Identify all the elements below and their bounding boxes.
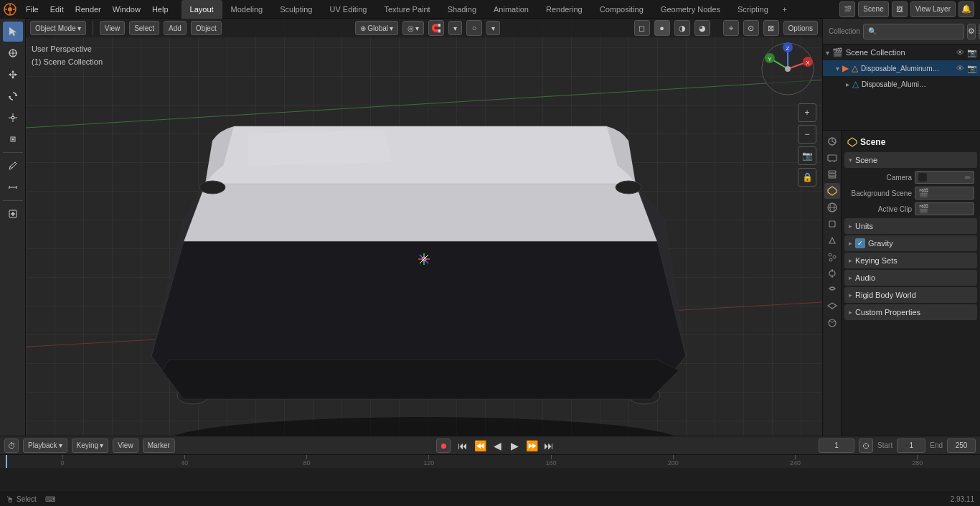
notifications[interactable]: 🔔	[958, 1, 974, 17]
step-forward-button[interactable]: ⏩	[524, 438, 540, 454]
add-menu[interactable]: Add	[164, 21, 187, 35]
world-props-icon[interactable]	[824, 200, 840, 215]
scene-selector[interactable]: 🎬	[839, 1, 855, 17]
tab-scripting[interactable]: Scripting	[729, 0, 777, 19]
camera-view-button[interactable]: 📷	[798, 146, 816, 165]
tool-rotate[interactable]	[3, 86, 23, 106]
view-menu[interactable]: View	[100, 21, 126, 35]
units-section-header[interactable]: ▸ Units	[844, 218, 977, 234]
outliner-search[interactable]	[863, 24, 964, 39]
add-workspace-button[interactable]: +	[777, 1, 793, 17]
view-layer-selector[interactable]: 🖼	[892, 1, 908, 17]
scene-name[interactable]: Scene	[858, 1, 888, 17]
obj1-visibility[interactable]: 👁	[956, 64, 964, 72]
menu-window[interactable]: Window	[107, 0, 146, 19]
viewport-shading-mat[interactable]: ◑	[674, 20, 690, 36]
timeline-type-icon[interactable]: ⏱	[4, 439, 19, 453]
tab-sculpting[interactable]: Sculpting	[271, 0, 321, 19]
tool-transform[interactable]	[3, 129, 23, 149]
overlay-toggle[interactable]: ⊙	[743, 20, 759, 36]
scene-props-icon[interactable]	[824, 183, 840, 199]
end-frame-input[interactable]: 250	[947, 439, 976, 453]
tab-shading[interactable]: Shading	[439, 0, 485, 19]
material-props-icon[interactable]	[824, 315, 840, 331]
step-back-button[interactable]: ⏪	[472, 438, 488, 454]
obj1-render-visibility[interactable]: 📷	[967, 64, 977, 73]
custom-props-section-header[interactable]: ▸ Custom Properties	[844, 304, 977, 320]
background-scene-field[interactable]: 🎬	[915, 187, 974, 200]
xray-toggle[interactable]: ⊠	[763, 20, 779, 36]
tab-uv-editing[interactable]: UV Editing	[321, 0, 375, 19]
gravity-section-header[interactable]: ▸ ✓ Gravity	[844, 235, 977, 251]
tool-cursor[interactable]	[3, 43, 23, 63]
menu-render[interactable]: Render	[70, 0, 107, 19]
tab-geometry-nodes[interactable]: Geometry Nodes	[652, 0, 729, 19]
jump-to-end-button[interactable]: ⏭	[541, 438, 557, 454]
constraint-props-icon[interactable]	[824, 282, 840, 298]
tab-layout[interactable]: Layout	[182, 0, 222, 19]
modifier-props-icon[interactable]	[824, 233, 840, 248]
camera-value-field[interactable]: ✏	[915, 171, 974, 184]
transform-space[interactable]: ⊕ Global ▾	[355, 21, 398, 35]
gizmo-toggle[interactable]: ⌖	[723, 20, 739, 36]
gravity-checkbox[interactable]: ✓	[855, 238, 865, 248]
object-mode-dropdown[interactable]: Object Mode ▾	[30, 21, 86, 35]
tab-rendering[interactable]: Rendering	[537, 0, 591, 19]
record-button[interactable]: ⏺	[436, 439, 451, 453]
output-props-icon[interactable]	[824, 150, 840, 166]
snap-options[interactable]: ▾	[448, 21, 462, 35]
current-frame-display[interactable]: 1	[819, 439, 854, 453]
tab-animation[interactable]: Animation	[485, 0, 537, 19]
active-clip-field[interactable]: 🎬	[915, 202, 974, 215]
use-preview-range[interactable]: ⏲	[859, 439, 873, 453]
render-visibility-icon[interactable]: 📷	[967, 48, 977, 57]
playback-dropdown[interactable]: Playback▾	[23, 439, 67, 453]
timeline-track-area[interactable]	[0, 468, 980, 482]
particle-props-icon[interactable]	[824, 249, 840, 265]
tool-annotate[interactable]	[3, 156, 23, 176]
options-menu[interactable]: Options	[783, 21, 818, 35]
snap-toggle[interactable]: 🧲	[428, 20, 444, 36]
outliner-filter[interactable]: ⚙	[967, 24, 976, 39]
tab-texture-paint[interactable]: Texture Paint	[375, 0, 438, 19]
tool-scale[interactable]	[3, 108, 23, 128]
keying-sets-section-header[interactable]: ▸ Keying Sets	[844, 253, 977, 268]
play-button[interactable]: ▶	[507, 438, 522, 454]
scene-section-header[interactable]: ▾ Scene	[844, 152, 977, 168]
view-layer-name[interactable]: View Layer	[910, 1, 956, 17]
object-props-icon[interactable]	[824, 216, 840, 232]
viewlayer-props-icon[interactable]	[824, 167, 840, 182]
rigid-body-section-header[interactable]: ▸ Rigid Body World	[844, 287, 977, 303]
tool-move[interactable]	[3, 65, 23, 85]
menu-file[interactable]: File	[20, 0, 44, 19]
viewport-shading-solid[interactable]: ●	[654, 20, 670, 36]
outliner-scene-collection[interactable]: ▾ 🎬 Scene Collection 👁 📷	[823, 44, 980, 60]
marker-dropdown[interactable]: Marker	[143, 439, 175, 453]
object-menu[interactable]: Object	[191, 21, 222, 35]
menu-help[interactable]: Help	[146, 0, 174, 19]
proportional-editing[interactable]: ○	[466, 20, 482, 36]
menu-edit[interactable]: Edit	[44, 0, 70, 19]
timeline-ruler[interactable]: 0 40 80 120 160 200	[0, 455, 980, 468]
data-props-icon[interactable]	[824, 299, 840, 314]
tool-select[interactable]	[3, 22, 23, 42]
viewport-shading-render[interactable]: ◕	[694, 20, 710, 36]
camera-edit-icon[interactable]: ✏	[965, 174, 971, 182]
navigation-gizmo[interactable]: X Y Z	[759, 40, 816, 98]
tab-compositing[interactable]: Compositing	[591, 0, 652, 19]
play-back-button[interactable]: ◀	[489, 438, 505, 454]
proportional-options[interactable]: ▾	[486, 21, 500, 35]
physics-props-icon[interactable]	[824, 266, 840, 281]
viewport-3d[interactable]: Object Mode ▾ View Select Add Object ⊕ G…	[26, 19, 822, 436]
tool-add[interactable]	[3, 204, 23, 224]
zoom-out-button[interactable]: −	[798, 125, 816, 144]
zoom-in-button[interactable]: +	[798, 103, 816, 122]
outliner-mesh1[interactable]: ▸ △ Disposable_Aluminum_Fr	[823, 76, 980, 92]
viewport-shading-wire[interactable]: ◻	[634, 20, 650, 36]
audio-section-header[interactable]: ▸ Audio	[844, 270, 977, 286]
visibility-icon[interactable]: 👁	[956, 48, 964, 57]
tool-measure[interactable]	[3, 177, 23, 197]
tab-modeling[interactable]: Modeling	[222, 0, 272, 19]
pivot-point[interactable]: ◎ ▾	[402, 21, 424, 35]
jump-to-start-button[interactable]: ⏮	[455, 438, 471, 454]
